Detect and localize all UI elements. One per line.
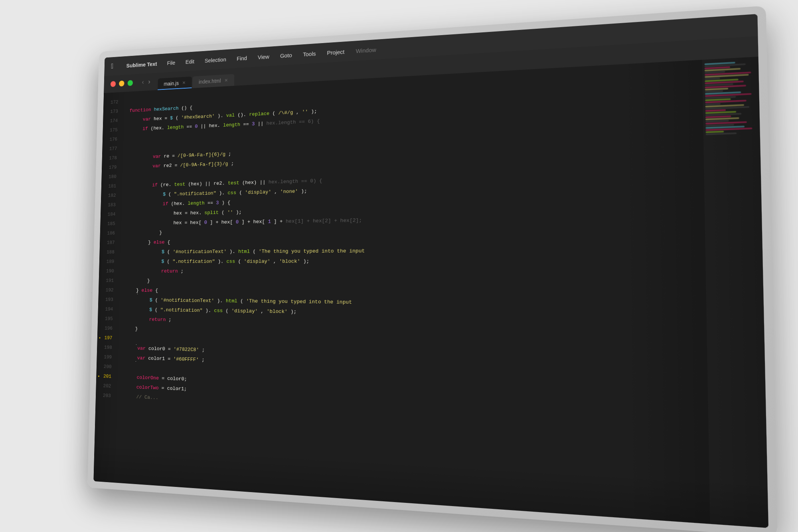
line-199: 199: [97, 352, 117, 362]
menu-selection[interactable]: Selection: [205, 56, 226, 63]
line-200: 200: [97, 362, 117, 372]
line-203: 203: [96, 390, 116, 401]
line-172: 172: [103, 97, 123, 107]
line-175: 175: [103, 125, 122, 135]
menu-file[interactable]: File: [167, 59, 176, 66]
line-178: 178: [102, 153, 122, 163]
menu-goto[interactable]: Goto: [280, 51, 292, 59]
line-179: 179: [102, 162, 122, 172]
line-180: 180: [101, 172, 121, 182]
tab-index-html-label: index.html: [199, 77, 221, 85]
line-191: 191: [99, 276, 119, 285]
tab-main-js-close[interactable]: ✕: [182, 80, 186, 85]
line-184: 184: [101, 210, 120, 219]
line-190: 190: [99, 266, 119, 276]
line-173: 173: [103, 107, 123, 117]
menu-window[interactable]: Window: [356, 46, 376, 54]
line-181: 181: [101, 181, 121, 191]
line-185: 185: [100, 219, 120, 229]
forward-arrow-icon[interactable]: ›: [147, 78, 151, 85]
line-174: 174: [103, 116, 123, 126]
line-202: 202: [96, 381, 116, 391]
tab-main-js-label: main.js: [164, 80, 179, 87]
laptop-frame:  Sublime Text File Edit Selection Find …: [87, 6, 778, 532]
menu-project[interactable]: Project: [327, 48, 344, 55]
line-201: 201: [96, 371, 117, 382]
editor-window: ‹ › main.js ✕ index.html ✕: [93, 36, 768, 528]
line-187: 187: [100, 238, 120, 247]
menu-app-name[interactable]: Sublime Text: [126, 60, 157, 68]
line-193: 193: [98, 295, 118, 305]
line-192: 192: [99, 285, 119, 295]
menu-edit[interactable]: Edit: [186, 58, 195, 65]
nav-arrows: ‹ ›: [141, 78, 151, 85]
line-196: 196: [97, 323, 118, 333]
minimap: [702, 56, 768, 528]
close-button[interactable]: [111, 81, 116, 87]
screen-bezel:  Sublime Text File Edit Selection Find …: [93, 14, 768, 528]
line-183: 183: [101, 200, 120, 210]
tab-main-js[interactable]: main.js ✕: [158, 76, 192, 90]
line-198: 198: [97, 342, 117, 352]
line-177: 177: [102, 144, 122, 154]
maximize-button[interactable]: [128, 80, 133, 86]
line-176: 176: [103, 134, 122, 144]
code-area[interactable]: function hexSearch () { var hex = $ ( '#…: [117, 59, 710, 524]
menu-find[interactable]: Find: [237, 54, 247, 61]
line-195: 195: [98, 314, 118, 324]
back-arrow-icon[interactable]: ‹: [141, 78, 145, 85]
minimize-button[interactable]: [119, 80, 124, 86]
line-189: 189: [99, 257, 119, 267]
line-182: 182: [101, 191, 121, 201]
editor-body: 172 173 174 175 176 177 178 179 180 181 …: [93, 56, 768, 528]
line-194: 194: [98, 304, 118, 314]
line-186: 186: [100, 228, 120, 238]
traffic-lights: [111, 80, 133, 87]
line-197: 197: [97, 333, 118, 343]
menu-view[interactable]: View: [258, 53, 269, 60]
line-188: 188: [99, 247, 119, 257]
code-line-189: $ ( ".notification" ). css ( 'display' ,…: [126, 255, 706, 266]
tab-index-html-close[interactable]: ✕: [224, 77, 228, 83]
menu-tools[interactable]: Tools: [303, 50, 316, 57]
apple-logo-icon: : [111, 62, 115, 70]
